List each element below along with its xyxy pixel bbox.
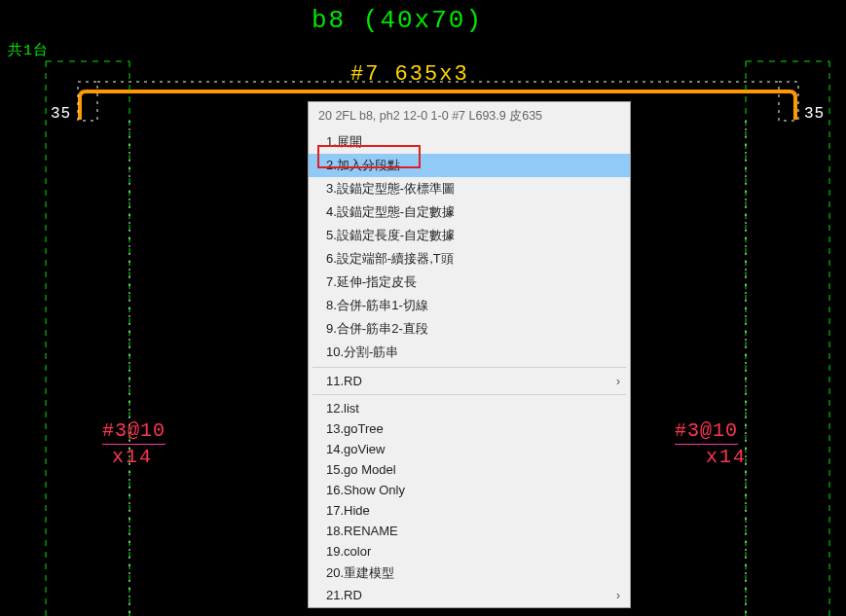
menu-item-goview[interactable]: 14.goView	[309, 439, 630, 459]
menu-item-anchor-type-custom[interactable]: 4.設錨定型態-自定數據	[309, 200, 630, 224]
menu-item-split-string[interactable]: 10.分割-筋串	[309, 341, 630, 364]
menu-item-expand[interactable]: 1.展開	[309, 130, 630, 154]
submenu-arrow-icon: ›	[616, 375, 620, 388]
menu-item-rename[interactable]: 18.RENAME	[309, 521, 630, 541]
menu-item-end-coupler-thead[interactable]: 6.設定端部-續接器,T頭	[309, 247, 630, 271]
dim-right: 35	[804, 105, 825, 123]
menu-item-gotree[interactable]: 13.goTree	[309, 418, 630, 439]
menu-item-rd-2[interactable]: 21.RD ›	[309, 585, 630, 605]
menu-item-add-segment-point[interactable]: 2.加入分段點	[309, 154, 630, 177]
menu-separator-2	[313, 394, 626, 395]
menu-separator-1	[313, 367, 626, 368]
menu-item-showonly[interactable]: 16.Show Only	[309, 480, 630, 500]
beam-title: b8 (40x70)	[312, 6, 483, 35]
submenu-arrow-icon: ›	[616, 589, 620, 602]
menu-item-rd-1[interactable]: 11.RD ›	[309, 371, 630, 391]
stirrup-right-spec: #3@10	[675, 419, 738, 445]
menu-item-hide[interactable]: 17.Hide	[309, 500, 630, 521]
stirrup-right-count: x14	[706, 446, 747, 468]
menu-item-extend-offset[interactable]: 7.延伸-指定皮長	[309, 271, 630, 294]
rebar-spec: #7 635x3	[350, 62, 469, 87]
menu-item-merge-string2-straight[interactable]: 9.合併-筋串2-直段	[309, 317, 630, 341]
menu-item-anchor-type-standard[interactable]: 3.設錨定型態-依標準圖	[309, 177, 630, 200]
menu-item-list[interactable]: 12.list	[309, 398, 630, 418]
dim-left: 35	[51, 105, 71, 123]
menu-item-rebuild-model[interactable]: 20.重建模型	[309, 562, 630, 585]
stirrup-left-count: x14	[112, 446, 153, 468]
menu-item-label: 21.RD	[326, 588, 362, 602]
menu-item-color[interactable]: 19.color	[309, 541, 630, 562]
context-menu-header: 20 2FL b8, ph2 12-0 1-0 #7 L693.9 皮635	[309, 102, 630, 130]
menu-item-label: 11.RD	[326, 374, 362, 388]
cad-viewport: b8 (40x70) 共1台 #7 635x3 35 35 #3@10 x14 …	[0, 0, 846, 616]
menu-item-merge-string1-cut[interactable]: 8.合併-筋串1-切線	[309, 294, 630, 317]
count-label: 共1台	[8, 41, 49, 59]
menu-item-anchor-length-custom[interactable]: 5.設錨定長度-自定數據	[309, 224, 630, 247]
menu-item-gomodel[interactable]: 15.go Model	[309, 459, 630, 480]
context-menu: 20 2FL b8, ph2 12-0 1-0 #7 L693.9 皮635 1…	[308, 101, 631, 608]
stirrup-left-spec: #3@10	[102, 419, 166, 445]
